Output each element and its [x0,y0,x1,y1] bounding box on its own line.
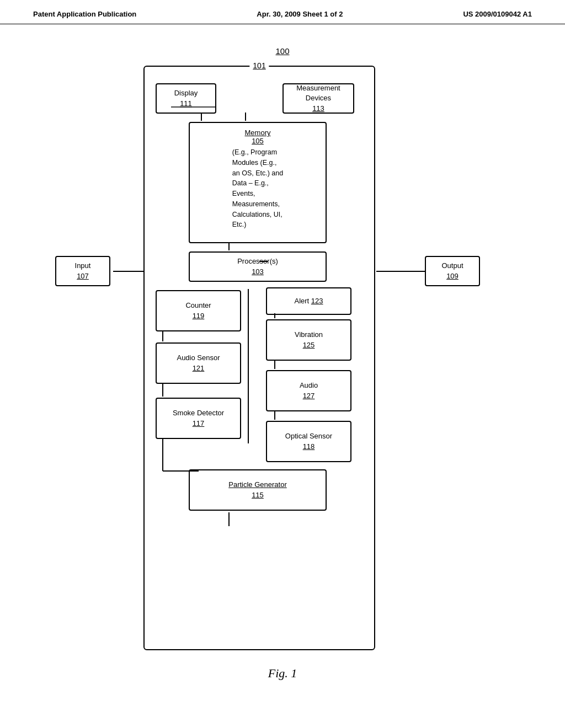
output-title: Output [441,261,463,271]
vibration-title: Vibration [295,330,323,340]
input-box-label: Input 107 [75,261,91,281]
main-system-box: 101 Display 111 MeasurementDevices 113 M… [143,66,375,650]
diagram-top-label: 100 [275,46,289,56]
main-box-label: 101 [249,61,269,70]
particle-title: Particle Generator [228,480,287,490]
figure-label: Fig. 1 [268,666,297,681]
page-header: Patent Application Publication Apr. 30, … [0,0,565,24]
optical-title: Optical Sensor [285,431,332,441]
optical-number: 118 [285,442,332,452]
memory-number: 105 [252,137,264,145]
particle-number: 115 [228,490,287,500]
optical-sensor-box: Optical Sensor 118 [266,421,351,462]
alert-number: 123 [311,297,323,305]
measurement-number: 113 [296,104,340,114]
input-box: Input 107 [55,256,110,286]
display-box: Display 111 [156,83,216,114]
audio-title: Audio [300,381,318,390]
input-title: Input [75,261,91,271]
input-number: 107 [75,271,91,281]
processor-number: 103 [237,267,278,277]
output-number: 109 [441,271,463,281]
vibration-number: 125 [295,340,323,350]
vibration-box-label: Vibration 125 [295,330,323,350]
smoke-number: 117 [173,419,224,429]
counter-box-label: Counter 119 [185,301,211,320]
processor-box: Processor(s) 103 [189,251,327,282]
processor-box-label: Processor(s) 103 [237,256,278,276]
measurement-title: MeasurementDevices [296,83,340,103]
processor-title: Processor(s) [237,256,278,266]
counter-box: Counter 119 [156,290,241,331]
counter-number: 119 [185,311,211,321]
output-box: Output 109 [425,256,480,286]
measurement-box-label: MeasurementDevices 113 [296,83,340,114]
counter-title: Counter [185,301,211,311]
audio-number: 127 [300,391,318,401]
audio-sensor-box: Audio Sensor 121 [156,342,241,384]
memory-box: Memory 105 (E.g., Program Modules (E.g.,… [189,122,327,243]
alert-box: Alert 123 [266,287,351,315]
audio-box-label: Audio 127 [300,381,318,400]
memory-title: Memory [245,129,271,137]
header-patent-number: US 2009/0109042 A1 [463,10,532,18]
audio-sensor-number: 121 [177,363,220,373]
display-number: 111 [174,99,198,109]
optical-sensor-box-label: Optical Sensor 118 [285,431,332,451]
measurement-box: MeasurementDevices 113 [282,83,354,114]
display-title: Display [174,88,198,98]
audio-box: Audio 127 [266,370,351,411]
smoke-detector-box: Smoke Detector 117 [156,398,241,439]
particle-generator-box-label: Particle Generator 115 [228,480,287,500]
memory-box-title: Memory 105 [196,129,319,145]
diagram-area: 100 101 Display 111 MeasurementDevices 1… [0,24,565,697]
alert-title: Alert [294,297,309,305]
smoke-detector-box-label: Smoke Detector 117 [173,408,224,428]
header-publication-label: Patent Application Publication [33,10,136,18]
vibration-box: Vibration 125 [266,319,351,361]
display-box-label: Display 111 [174,88,198,108]
header-date-label: Apr. 30, 2009 Sheet 1 of 2 [257,10,343,18]
particle-generator-box: Particle Generator 115 [189,469,327,511]
alert-box-label: Alert 123 [294,296,323,306]
audio-sensor-box-label: Audio Sensor 121 [177,353,220,373]
smoke-title: Smoke Detector [173,408,224,418]
audio-sensor-title: Audio Sensor [177,353,220,363]
memory-box-text: (E.g., Program Modules (E.g., an OS, Etc… [232,147,283,230]
output-box-label: Output 109 [441,261,463,281]
